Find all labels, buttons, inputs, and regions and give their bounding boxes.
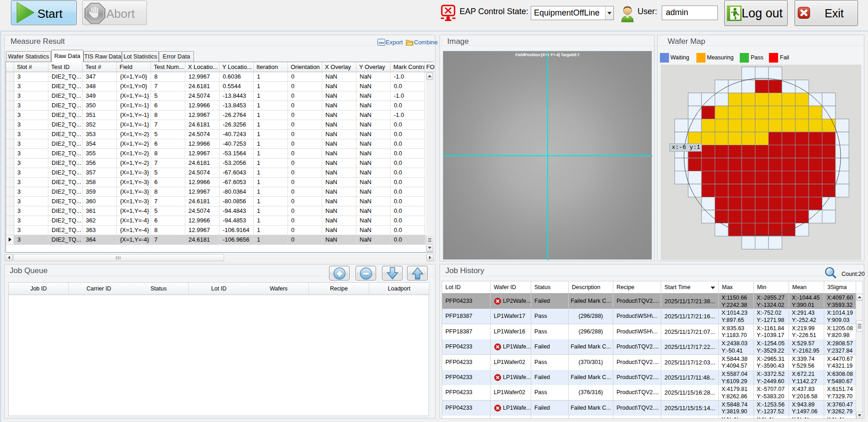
svg-text:csv: csv: [379, 41, 384, 44]
